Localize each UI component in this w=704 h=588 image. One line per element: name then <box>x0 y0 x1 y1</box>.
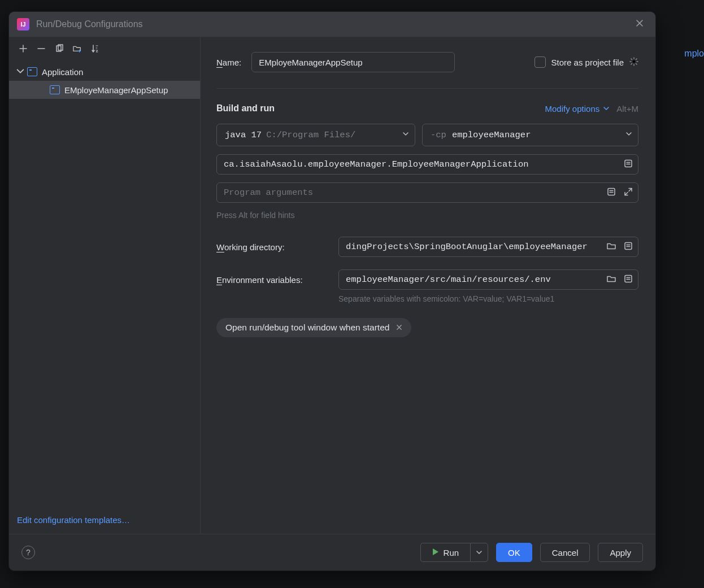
modify-options-shortcut: Alt+M <box>616 104 638 114</box>
gear-icon[interactable] <box>629 57 638 68</box>
expand-icon[interactable] <box>624 188 633 198</box>
intellij-app-icon: IJ <box>17 18 29 31</box>
run-debug-configurations-dialog: IJ Run/Debug Configurations <box>8 11 656 571</box>
dialog-title: Run/Debug Configurations <box>36 19 143 29</box>
sidebar-toolbar <box>9 37 200 60</box>
field-hint: Press Alt for field hints <box>216 211 638 220</box>
environment-variables-label: Environment variables: <box>216 275 327 285</box>
svg-rect-6 <box>608 189 615 195</box>
environment-variables-hint: Separate variables with semicolon: VAR=v… <box>338 294 638 303</box>
application-type-icon <box>27 67 37 76</box>
svg-rect-9 <box>625 243 632 250</box>
chevron-down-icon <box>603 105 610 112</box>
store-as-project-file-checkbox[interactable] <box>534 56 546 68</box>
main-panel: Name: Store as project file Build and ru… <box>201 37 655 534</box>
run-button[interactable]: Run <box>420 543 471 562</box>
name-input[interactable] <box>251 52 455 72</box>
save-to-folder-icon[interactable] <box>69 41 86 56</box>
classpath-module-select[interactable]: -cp employeeManager <box>422 124 638 146</box>
svg-point-2 <box>633 60 635 62</box>
configurations-tree: Application EMployeManagerAppSetup <box>9 60 200 507</box>
edit-configuration-templates-link[interactable]: Edit configuration templates… <box>9 507 200 534</box>
insert-macros-icon[interactable] <box>624 242 633 252</box>
help-icon[interactable]: ? <box>21 546 35 559</box>
store-as-project-file-label: Store as project file <box>551 58 624 67</box>
chevron-down-icon <box>16 67 23 77</box>
titlebar: IJ Run/Debug Configurations <box>9 12 655 37</box>
svg-rect-12 <box>625 276 632 282</box>
insert-macros-icon[interactable] <box>624 159 633 170</box>
close-icon[interactable] <box>396 323 402 333</box>
tree-item-label: EMployeManagerAppSetup <box>64 85 168 95</box>
folder-icon[interactable] <box>607 242 616 252</box>
tree-group-application[interactable]: Application <box>9 63 200 81</box>
run-button-split: Run <box>420 543 489 562</box>
close-icon[interactable] <box>632 16 647 32</box>
modify-options-link[interactable]: Modify options <box>545 104 610 114</box>
insert-macros-icon[interactable] <box>607 188 616 198</box>
run-dropdown-icon[interactable] <box>470 543 488 562</box>
main-class-input[interactable] <box>216 154 638 175</box>
insert-macros-icon[interactable] <box>624 275 633 285</box>
working-directory-input[interactable] <box>338 237 638 257</box>
tree-group-label: Application <box>42 67 83 77</box>
program-arguments-input[interactable] <box>216 182 638 203</box>
remove-configuration-icon[interactable] <box>33 41 50 56</box>
dialog-footer: ? Run OK Cancel Apply <box>9 534 655 570</box>
tree-item-employe-manager-app-setup[interactable]: EMployeManagerAppSetup <box>9 81 200 99</box>
sort-alpha-icon[interactable] <box>87 41 104 56</box>
cancel-button[interactable]: Cancel <box>540 543 590 562</box>
svg-rect-3 <box>625 160 632 167</box>
copy-configuration-icon[interactable] <box>51 41 68 56</box>
sidebar: Application EMployeManagerAppSetup Edit … <box>9 37 201 534</box>
environment-variables-input[interactable] <box>338 269 638 290</box>
folder-icon[interactable] <box>607 275 616 285</box>
background-cropped-text: mplo <box>684 49 704 59</box>
chevron-down-icon <box>398 130 409 140</box>
run-triangle-icon <box>432 548 439 557</box>
ok-button[interactable]: OK <box>496 543 532 562</box>
application-type-icon <box>50 85 60 94</box>
chevron-down-icon <box>621 130 632 140</box>
name-label: Name: <box>216 58 241 67</box>
build-and-run-heading: Build and run <box>216 103 275 114</box>
apply-button[interactable]: Apply <box>598 543 643 562</box>
open-tool-window-chip[interactable]: Open run/debug tool window when started <box>216 318 411 337</box>
jdk-select[interactable]: java 17 C:/Program Files/ <box>216 124 415 146</box>
working-directory-label: Working directory: <box>216 242 327 252</box>
add-configuration-icon[interactable] <box>15 41 32 56</box>
